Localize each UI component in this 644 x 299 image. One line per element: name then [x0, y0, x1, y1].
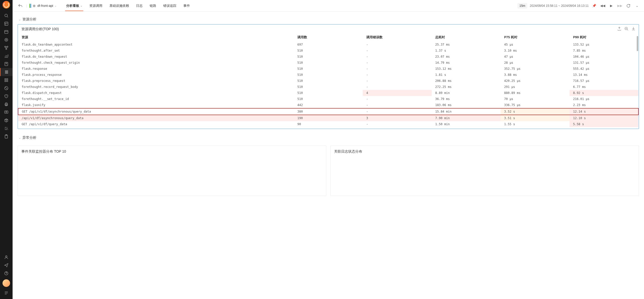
table-cell: 12.10 s [570, 115, 638, 121]
table-cell: 131.57 μs [570, 60, 638, 66]
table-cell: forethought.record_request_body [18, 84, 294, 90]
chevron-down-icon: ⌄ [55, 4, 57, 7]
table-row[interactable]: /api/v1/df/asynchronous/query_data19037.… [18, 115, 638, 121]
status-bar-icon [29, 4, 30, 8]
chart-icon[interactable] [0, 52, 13, 60]
table-cell: forethought.__set_trace_id [18, 96, 294, 102]
logs-panel-title: 关联日志状态分布 [334, 149, 635, 154]
section-header-exception[interactable]: ⌄ 异常分析 [18, 133, 639, 143]
calendar-icon[interactable] [0, 28, 13, 36]
col-total[interactable]: 总耗时 [432, 33, 501, 42]
app-logo[interactable] [3, 1, 10, 9]
table-cell: 336.75 μs [501, 102, 570, 108]
dashboard-icon[interactable] [0, 20, 13, 28]
table-cell: - [363, 108, 432, 115]
table-cell: GET / [18, 127, 294, 129]
table-row[interactable]: flask.dispatch_request51048.89 min880.89… [18, 90, 638, 96]
time-range-text[interactable]: 2024/09/04 15:58:11 ~ 2024/09/04 16:13:1… [530, 4, 589, 8]
section-header-resource[interactable]: ⌄ 资源分析 [18, 15, 639, 24]
forward-icon[interactable]: ▶▶ [617, 3, 623, 9]
col-err-count[interactable]: 调用错误数 [363, 33, 432, 42]
tab-6[interactable]: 事件 [182, 1, 191, 11]
table-row[interactable]: flask.response510-153.12 ms352.75 μs555.… [18, 66, 638, 72]
service-selector[interactable]: ⊗ df-front-api ⌄ [29, 4, 57, 8]
table-cell: flask.do_teardown_request [18, 54, 294, 60]
table-row[interactable]: flask.preprocess_request510-206.88 ms420… [18, 78, 638, 84]
cube-icon[interactable] [0, 116, 13, 124]
table-cell: 510 [294, 66, 363, 72]
export-icon[interactable] [617, 26, 622, 31]
table-wrapper[interactable]: 资源 调用数 调用错误数 总耗时 P75 耗时 P99 耗时 flask.do_… [18, 33, 639, 129]
table-row[interactable]: forethought.after_set510-1.37 s3.10 ms7.… [18, 48, 638, 54]
table-row[interactable]: flask.process_response510-1.81 s3.88 ms1… [18, 72, 638, 78]
col-resource[interactable]: 资源 [18, 33, 294, 42]
monitor-icon[interactable] [0, 108, 13, 116]
table-cell: 25.37 ms [432, 42, 501, 48]
table-cell: 104.46 μs [570, 54, 638, 60]
block-icon[interactable] [0, 84, 13, 92]
tab-4[interactable]: 链路 [149, 1, 157, 11]
table-row[interactable]: flask.do_teardown_appcontext697-25.37 ms… [18, 42, 638, 48]
table-cell: flask.dispatch_request [18, 90, 294, 96]
tab-0[interactable]: 分析看板⌄ [65, 1, 83, 11]
table-cell: 3.88 ms [501, 72, 570, 78]
col-count[interactable]: 调用数 [294, 33, 363, 42]
table-row[interactable]: GET /84-421.60 ms6.31 ms9.11 ms [18, 127, 638, 129]
apps-icon[interactable] [0, 76, 13, 84]
table-cell: GET /api/v1/df/query_data [18, 121, 294, 127]
play-icon[interactable]: ▶ [608, 3, 614, 9]
table-cell: 555.42 μs [570, 66, 638, 72]
send-icon[interactable] [0, 261, 13, 269]
table-row[interactable]: GET /api/v1/df/query_data90-1.50 min1.55… [18, 121, 638, 127]
tab-3[interactable]: 日志 [135, 1, 144, 11]
table-cell: 190 [294, 115, 363, 121]
shield-icon[interactable] [0, 92, 13, 100]
scrollbar-thumb[interactable] [637, 36, 638, 51]
chevron-down-icon[interactable]: ⌄ [634, 3, 640, 9]
svg-point-0 [5, 14, 8, 17]
table-cell: 8.89 min [432, 90, 501, 96]
list-icon[interactable] [0, 68, 13, 76]
table-row[interactable]: forethought.__set_trace_id510-36.79 ms70… [18, 96, 638, 102]
download-icon[interactable] [631, 26, 636, 31]
panel-title: 资源调用分析(TOP 100) [18, 24, 639, 33]
table-cell: forethought.after_set [18, 48, 294, 54]
table-row[interactable]: forethought.check_request_origin510-14.7… [18, 60, 638, 66]
col-p99[interactable]: P99 耗时 [570, 33, 638, 42]
svg-rect-1 [5, 22, 8, 25]
table-cell: 216.01 μs [570, 96, 638, 102]
table-row[interactable]: flask.jsonify442-183.06 ms336.75 μs2.23 … [18, 102, 638, 108]
refresh-icon[interactable] [625, 3, 631, 9]
table-cell: 291 μs [501, 84, 570, 90]
zoom-icon[interactable] [624, 26, 629, 31]
tab-5[interactable]: 错误追踪 [162, 1, 177, 11]
printer-icon[interactable] [0, 100, 13, 108]
rewind-icon[interactable]: ◀◀ [600, 3, 606, 9]
dual-panels: 事件关联监控器分布 TOP 10 关联日志状态分布 [18, 146, 639, 196]
search-icon[interactable] [0, 12, 13, 20]
bookmark-icon[interactable] [0, 60, 13, 68]
sliders-icon[interactable] [0, 124, 13, 132]
avatar[interactable] [3, 279, 10, 287]
back-button[interactable] [17, 2, 24, 9]
table-cell: 70 μs [501, 96, 570, 102]
help-icon[interactable] [0, 269, 13, 277]
time-range-badge[interactable]: 15m [517, 3, 527, 9]
table-cell: 510 [294, 60, 363, 66]
table-row[interactable]: forethought.record_request_body510-272.2… [18, 84, 638, 90]
tab-1[interactable]: 资源调用 [88, 1, 103, 11]
user-icon[interactable] [0, 253, 13, 261]
col-p75[interactable]: P75 耗时 [501, 33, 570, 42]
target-icon[interactable] [0, 36, 13, 44]
tab-2[interactable]: 基础设施依赖 [108, 1, 130, 11]
table-cell: flask.jsonify [18, 102, 294, 108]
resource-table: 资源 调用数 调用错误数 总耗时 P75 耗时 P99 耗时 flask.do_… [18, 33, 639, 129]
table-cell: 380 [294, 108, 363, 115]
table-row[interactable]: GET /api/v1/df/asynchronous/query_data38… [18, 108, 638, 115]
table-cell: - [363, 102, 432, 108]
pin-icon[interactable]: 📌 [591, 3, 597, 9]
table-row[interactable]: flask.do_teardown_request510-23.07 ms47 … [18, 54, 638, 60]
clipboard-icon[interactable] [0, 132, 13, 141]
collapse-icon[interactable] [0, 289, 13, 297]
topology-icon[interactable] [0, 44, 13, 52]
